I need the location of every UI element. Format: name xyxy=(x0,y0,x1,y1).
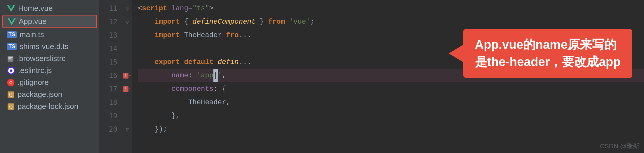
config-icon xyxy=(7,55,14,62)
sidebar-item-main-ts[interactable]: TS main.ts xyxy=(0,29,99,41)
vue-icon xyxy=(8,18,16,26)
annotation-arrow xyxy=(449,45,463,62)
svg-rect-2 xyxy=(8,58,11,59)
fold-arrow-icon: ▽ xyxy=(126,126,129,133)
gutter-empty-18 xyxy=(123,96,132,109)
gutter-empty-14 xyxy=(123,42,132,55)
warning-badge-icon: ! xyxy=(123,86,128,92)
sidebar-item-label: .browserslistrc xyxy=(17,54,65,63)
sidebar-item-label: package.json xyxy=(18,90,62,99)
sidebar-item-home-vue[interactable]: Home.vue xyxy=(0,2,99,14)
sidebar-item-gitignore[interactable]: ⊘ .gitignore xyxy=(0,76,99,88)
code-line-20: }); xyxy=(138,123,644,136)
line-numbers: 11 12 13 14 15 16 17 18 19 20 xyxy=(99,0,123,153)
gutter-fold-12: ▽ xyxy=(123,15,132,29)
warning-badge-icon: ! xyxy=(123,73,128,79)
svg-text:{}: {} xyxy=(8,105,13,109)
svg-text:{}: {} xyxy=(8,93,13,97)
sidebar-item-app-vue[interactable]: App.vue xyxy=(2,15,97,28)
gutter-fold-11: ▽ xyxy=(123,2,132,15)
sidebar-item-label: package-lock.json xyxy=(18,102,78,111)
eslint-icon xyxy=(7,67,15,75)
sidebar-item-label: Home.vue xyxy=(18,4,53,13)
code-editor: 11 12 13 14 15 16 17 18 19 20 ▽ ▽ !↑ !↑ xyxy=(99,0,644,153)
credit-text: CSDN @瑞新 xyxy=(600,142,639,151)
up-arrow-icon: ↑ xyxy=(128,86,131,92)
annotation-bubble: App.vue的name原来写的 是the-header，要改成app xyxy=(463,29,632,78)
code-line-17: components: { xyxy=(138,82,644,96)
sidebar-item-browserslistrc[interactable]: .browserslistrc xyxy=(0,53,99,65)
ts-badge: TS xyxy=(7,31,17,38)
git-icon: ⊘ xyxy=(7,79,15,86)
sidebar-item-package-lock-json[interactable]: {} package-lock.json xyxy=(0,100,99,112)
sidebar-item-eslintrc[interactable]: .eslintrc.js xyxy=(0,65,99,76)
gutter-empty-15 xyxy=(123,55,132,69)
chevron-down-icon xyxy=(7,4,15,13)
up-arrow-icon: ↑ xyxy=(128,73,131,79)
code-line-18: TheHeader, xyxy=(138,96,644,109)
code-line-12: import { defineComponent } from 'vue'; xyxy=(138,15,644,29)
gutter: ▽ ▽ !↑ !↑ ▽ xyxy=(123,0,132,153)
code-line-11: <script lang="ts"> xyxy=(138,2,644,15)
svg-rect-1 xyxy=(8,57,13,58)
file-tree: Home.vue App.vue TS main.ts TS shims-vue… xyxy=(0,0,99,153)
sidebar-item-label: .eslintrc.js xyxy=(18,66,52,75)
sidebar-item-label: .gitignore xyxy=(18,78,49,87)
sidebar-item-shims-vue[interactable]: TS shims-vue.d.ts xyxy=(0,41,99,53)
json-lock-icon: {} xyxy=(7,103,15,110)
gutter-fold-20: ▽ xyxy=(123,123,132,136)
gutter-warn-16: !↑ xyxy=(123,69,132,82)
ts-badge: TS xyxy=(7,43,17,50)
svg-text:⊘: ⊘ xyxy=(9,80,13,85)
sidebar-item-label: shims-vue.d.ts xyxy=(20,42,69,51)
sidebar-item-label: App.vue xyxy=(19,17,46,26)
sidebar-item-label: main.ts xyxy=(20,30,44,39)
annotation-line1: App.vue的name原来写的 xyxy=(475,36,621,53)
fold-arrow-icon: ▽ xyxy=(126,19,129,25)
fold-arrow-icon: ▽ xyxy=(126,6,129,12)
gutter-empty-13 xyxy=(123,29,132,42)
svg-rect-3 xyxy=(8,60,12,60)
json-icon: {} xyxy=(7,91,15,98)
svg-point-6 xyxy=(10,69,13,72)
annotation-container: App.vue的name原来写的 是the-header，要改成app xyxy=(449,29,632,78)
gutter-warn-17: !↑ xyxy=(123,82,132,96)
gutter-empty-19 xyxy=(123,109,132,123)
code-line-19: }, xyxy=(138,109,644,123)
annotation-line2: 是the-header，要改成app xyxy=(475,53,621,71)
sidebar-item-package-json[interactable]: {} package.json xyxy=(0,88,99,100)
